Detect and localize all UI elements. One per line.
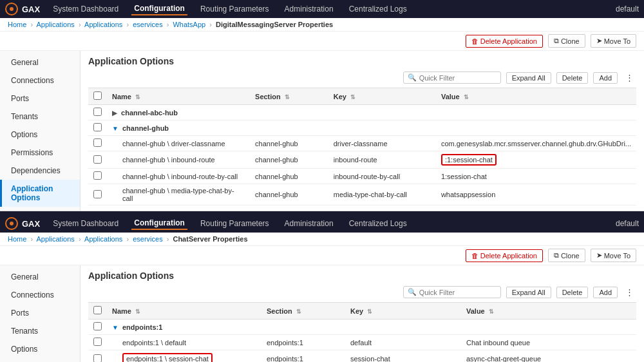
sidebar2-tenants[interactable]: Tenants <box>0 322 80 340</box>
sidebar-1: General Connections Ports Tenants Option… <box>0 51 80 211</box>
row-checkbox[interactable] <box>93 322 102 330</box>
sidebar-general[interactable]: General <box>0 53 80 71</box>
move-to-button-2[interactable]: ➤ Move To <box>591 249 636 262</box>
more-button-2[interactable]: ⋮ <box>623 286 636 298</box>
row-checkbox[interactable] <box>93 171 102 180</box>
highlighted-name: endpoints:1 \ session-chat <box>122 353 213 362</box>
clone-button-2[interactable]: ⧉ Clone <box>548 249 585 262</box>
breadcrumb-applications-2[interactable]: Applications <box>84 21 122 28</box>
search-input-1[interactable] <box>419 74 497 82</box>
row-key: driver-classname <box>328 136 436 151</box>
sidebar-tenants[interactable]: Tenants <box>0 108 80 126</box>
breadcrumb2-applications-2[interactable]: Applications <box>84 235 122 243</box>
brand-name-2: GAX <box>22 219 40 229</box>
row-checkbox[interactable] <box>93 354 102 363</box>
action-bar-2: 🗑 Delete Application ⧉ Clone ➤ Move To <box>0 246 644 265</box>
table-row: channel-ghub \ driver-classname channel-… <box>88 136 636 151</box>
nav-centralized-logs[interactable]: Centralized Logs <box>346 3 410 15</box>
clone-button[interactable]: ⧉ Clone <box>548 34 585 48</box>
breadcrumb-home[interactable]: Home <box>8 21 26 28</box>
sidebar2-general[interactable]: General <box>0 268 80 286</box>
sidebar-2: General Connections Ports Tenants Option… <box>0 265 80 362</box>
table-row: channel-ghub \ inbound-route-by-call cha… <box>88 169 636 184</box>
collapse-icon-2[interactable]: ▼ <box>112 324 118 331</box>
sidebar2-connections[interactable]: Connections <box>0 286 80 304</box>
sidebar2-ports[interactable]: Ports <box>0 304 80 322</box>
row-checkbox[interactable] <box>93 138 102 147</box>
expand-all-button-2[interactable]: Expand All <box>506 287 551 298</box>
delete-application-button-2[interactable]: 🗑 Delete Application <box>466 249 543 262</box>
move-to-button[interactable]: ➤ Move To <box>591 34 636 48</box>
sort-section-icon[interactable]: ⇅ <box>285 94 290 100</box>
breadcrumb2-applications-1[interactable]: Applications <box>37 235 75 243</box>
default-label: default <box>616 5 639 14</box>
row-key <box>328 105 436 120</box>
add-button-2[interactable]: Add <box>593 287 618 298</box>
breadcrumb-eservices[interactable]: eservices <box>133 21 162 28</box>
sidebar2-options[interactable]: Options <box>0 340 80 358</box>
row-section: channel-ghub <box>250 151 328 169</box>
nav2-routing-parameters[interactable]: Routing Parameters <box>198 218 272 229</box>
nav-configuration[interactable]: Configuration <box>131 3 187 15</box>
svg-point-1 <box>10 7 14 11</box>
sort2-value-icon[interactable]: ⇅ <box>489 309 494 315</box>
breadcrumb2-eservices[interactable]: eservices <box>133 235 162 243</box>
sidebar-options[interactable]: Options <box>0 126 80 144</box>
sidebar2-permissions[interactable]: Permissions <box>0 358 80 362</box>
row-checkbox[interactable] <box>93 155 102 164</box>
select-all-checkbox-2[interactable] <box>93 306 102 314</box>
nav2-system-dashboard[interactable]: System Dashboard <box>50 218 121 229</box>
search-input-2[interactable] <box>419 289 497 296</box>
row-name: ▼ channel-ghub <box>107 120 250 136</box>
breadcrumb-1: Home › Applications › Applications › ese… <box>0 18 644 32</box>
header2-section: Section ⇅ <box>261 303 345 319</box>
delete-button-1[interactable]: Delete <box>556 72 589 84</box>
sidebar-ports[interactable]: Ports <box>0 90 80 108</box>
more-button-1[interactable]: ⋮ <box>623 71 636 84</box>
breadcrumb-whatsapp[interactable]: WhatsApp <box>173 21 205 28</box>
default-label-2: default <box>616 219 639 228</box>
expand-all-button-1[interactable]: Expand All <box>506 72 551 84</box>
add-button-1[interactable]: Add <box>593 72 618 84</box>
row-checkbox[interactable] <box>93 190 102 198</box>
select-all-checkbox-1[interactable] <box>93 91 102 100</box>
breadcrumb2-home[interactable]: Home <box>8 235 26 243</box>
application-options-table-1: Name ⇅ Section ⇅ Key ⇅ Value ⇅ ▶ channel… <box>88 88 636 205</box>
nav2-centralized-logs[interactable]: Centralized Logs <box>346 218 410 229</box>
sidebar-application-options[interactable]: Application Options <box>0 180 80 207</box>
nav-system-dashboard[interactable]: System Dashboard <box>50 3 121 15</box>
sort2-section-icon[interactable]: ⇅ <box>296 309 301 315</box>
sort-key-icon[interactable]: ⇅ <box>350 94 355 100</box>
nav2-configuration[interactable]: Configuration <box>131 217 187 230</box>
expand-icon[interactable]: ▶ <box>112 110 117 117</box>
collapse-icon[interactable]: ▼ <box>112 125 118 132</box>
row-checkbox[interactable] <box>93 108 102 116</box>
panel-2: GAX System Dashboard Configuration Routi… <box>0 214 644 362</box>
delete-button-2[interactable]: Delete <box>556 287 589 298</box>
panel-1: GAX System Dashboard Configuration Routi… <box>0 0 644 211</box>
delete-application-button[interactable]: 🗑 Delete Application <box>466 35 543 48</box>
header-section-1: Section ⇅ <box>250 88 328 105</box>
sort-value-icon[interactable]: ⇅ <box>464 94 469 100</box>
nav-routing-parameters[interactable]: Routing Parameters <box>198 3 272 15</box>
nav-administration[interactable]: Administration <box>282 3 336 15</box>
sort2-name-icon[interactable]: ⇅ <box>135 309 140 315</box>
breadcrumb2-current: ChatServer Properties <box>173 235 247 243</box>
row-checkbox[interactable] <box>93 338 102 346</box>
brand-logo-2: GAX <box>5 217 40 230</box>
row-value <box>436 120 636 136</box>
main-layout-2: General Connections Ports Tenants Option… <box>0 265 644 362</box>
row-section: channel-ghub <box>250 136 328 151</box>
sidebar-dependencies[interactable]: Dependencies <box>0 162 80 180</box>
row-key <box>328 120 436 136</box>
row-checkbox[interactable] <box>93 123 102 131</box>
table-row: ▼ endpoints:1 <box>88 319 636 335</box>
row-section <box>261 319 345 335</box>
nav2-administration[interactable]: Administration <box>282 218 336 229</box>
sidebar-connections[interactable]: Connections <box>0 71 80 90</box>
breadcrumb-applications-1[interactable]: Applications <box>37 21 75 28</box>
sort2-key-icon[interactable]: ⇅ <box>367 309 372 315</box>
sidebar-permissions[interactable]: Permissions <box>0 144 80 162</box>
header2-key: Key ⇅ <box>345 303 461 319</box>
sort-name-icon[interactable]: ⇅ <box>135 94 140 100</box>
